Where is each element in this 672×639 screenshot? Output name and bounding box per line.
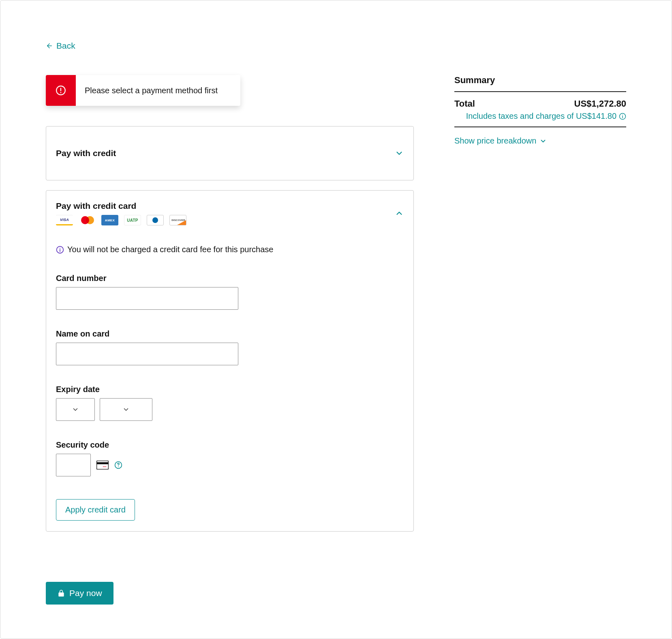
uatp-logo: UATP (124, 215, 141, 225)
security-code-label: Security code (56, 440, 404, 450)
fee-note: You will not be charged a credit card fe… (56, 245, 404, 254)
name-on-card-input[interactable] (56, 343, 238, 365)
lock-icon (57, 589, 65, 597)
chevron-down-icon (72, 406, 79, 413)
svg-point-16 (622, 114, 623, 115)
pay-now-button[interactable]: Pay now (46, 582, 113, 605)
pay-with-card-title: Pay with credit card (56, 201, 186, 211)
card-number-label: Card number (56, 274, 404, 283)
apply-credit-card-button[interactable]: Apply credit card (56, 499, 135, 521)
svg-point-9 (103, 466, 104, 467)
pay-with-card-panel: Pay with credit card VISA AMEX UATP DISC… (46, 190, 414, 532)
svg-point-13 (118, 466, 119, 467)
back-link[interactable]: Back (46, 41, 75, 51)
alert-icon (56, 85, 66, 96)
show-price-breakdown-link[interactable]: Show price breakdown (454, 136, 547, 146)
security-code-input[interactable] (56, 454, 91, 476)
mastercard-logo (79, 215, 96, 225)
info-icon (56, 246, 64, 254)
total-value: US$1,272.80 (574, 99, 626, 109)
pay-with-card-header[interactable]: Pay with credit card VISA AMEX UATP DISC… (56, 201, 404, 225)
error-icon-box (46, 75, 76, 106)
svg-point-10 (104, 466, 105, 467)
chevron-down-icon (539, 137, 547, 145)
expiry-year-select[interactable] (100, 398, 152, 421)
svg-point-3 (60, 92, 62, 93)
diners-logo (147, 215, 164, 225)
pay-with-credit-panel[interactable]: Pay with credit (46, 126, 414, 180)
chevron-down-icon (395, 149, 404, 158)
svg-rect-7 (97, 461, 109, 470)
info-icon (619, 113, 626, 120)
total-label: Total (454, 99, 475, 109)
amex-logo: AMEX (101, 215, 118, 225)
error-banner: Please select a payment method first (46, 75, 240, 106)
breakdown-label: Show price breakdown (454, 136, 536, 146)
pay-with-credit-title: Pay with credit (56, 148, 116, 158)
help-icon[interactable] (114, 461, 122, 469)
svg-rect-8 (97, 462, 109, 464)
fee-note-text: You will not be charged a credit card fe… (67, 245, 273, 254)
expiry-month-select[interactable] (56, 398, 95, 421)
card-back-icon (96, 461, 109, 470)
visa-logo: VISA (56, 215, 73, 225)
taxes-text: Includes taxes and charges of US$141.80 (466, 112, 616, 121)
divider (454, 127, 626, 127)
error-message: Please select a payment method first (76, 75, 227, 106)
card-brand-logos: VISA AMEX UATP DISCOVER (56, 215, 186, 225)
expiry-date-label: Expiry date (56, 385, 404, 394)
back-label: Back (56, 41, 75, 51)
svg-point-11 (105, 466, 106, 467)
arrow-left-icon (46, 42, 53, 49)
card-number-input[interactable] (56, 287, 238, 310)
taxes-info[interactable]: Includes taxes and charges of US$141.80 (454, 112, 626, 127)
discover-logo: DISCOVER (169, 215, 186, 225)
chevron-up-icon (395, 209, 404, 218)
svg-point-6 (60, 248, 60, 249)
summary-title: Summary (454, 75, 626, 86)
pay-now-label: Pay now (69, 588, 102, 598)
name-on-card-label: Name on card (56, 329, 404, 339)
chevron-down-icon (122, 406, 130, 413)
